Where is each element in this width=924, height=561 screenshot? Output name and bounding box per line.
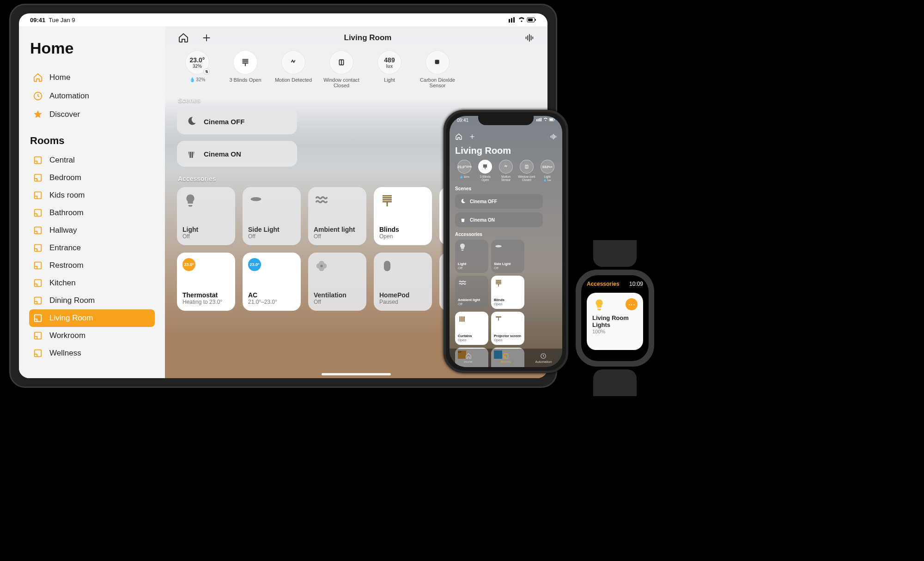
- chip[interactable]: 332lux Light 💧 lux: [538, 160, 557, 181]
- sidebar-item-label: Living Room: [49, 314, 93, 323]
- accessories-header: Accessories: [455, 232, 557, 237]
- chip[interactable]: Window cont Closed: [517, 160, 536, 181]
- watch-tile-name: Living Room Lights: [592, 315, 638, 329]
- room-icon: [33, 348, 43, 358]
- svg-rect-18: [35, 332, 42, 339]
- chip[interactable]: 3 Blinds Open: [476, 160, 495, 181]
- tile-side light[interactable]: Side Light Off: [491, 240, 524, 273]
- home-indicator[interactable]: [322, 373, 391, 375]
- tab-automation[interactable]: Automation: [525, 349, 562, 367]
- more-icon[interactable]: ⋯: [626, 298, 638, 310]
- sidebar-item-label: Kitchen: [49, 278, 76, 288]
- sidebar-item-label: Restroom: [49, 261, 84, 270]
- sidebar-item-label: Bedroom: [49, 173, 81, 182]
- svg-rect-31: [384, 261, 390, 271]
- sidebar-room-restroom[interactable]: Restroom: [29, 257, 155, 274]
- room-icon: [33, 225, 43, 235]
- chip-window[interactable]: Window contact Closed: [321, 50, 362, 88]
- svg-rect-24: [532, 36, 533, 39]
- chip-motion[interactable]: Motion Detected: [273, 50, 314, 88]
- tab-home[interactable]: Home: [450, 349, 487, 367]
- tile-ambient light[interactable]: Ambient light Off: [308, 187, 366, 245]
- scene-cinema on[interactable]: Cinema ON: [455, 212, 543, 227]
- voice-icon[interactable]: [549, 133, 557, 140]
- scene-cinema off[interactable]: Cinema OFF: [455, 194, 543, 209]
- sidebar-item-label: Workroom: [49, 331, 85, 340]
- sidebar-room-entrance[interactable]: Entrance: [29, 239, 155, 257]
- sidebar-item-automation[interactable]: Automation: [29, 87, 155, 105]
- tile-thermostat[interactable]: 23.0° Thermostat Heating to 23.0°: [177, 253, 235, 311]
- co2-icon: [432, 57, 443, 67]
- chip-blinds[interactable]: 3 Blinds Open: [225, 50, 266, 88]
- chip[interactable]: Motion Sensor: [497, 160, 516, 181]
- room-icon: [33, 296, 43, 306]
- svg-rect-5: [528, 18, 533, 21]
- tile-ac[interactable]: 23.0° AC 21.0°–23.0°: [243, 253, 301, 311]
- home-icon[interactable]: [455, 133, 462, 140]
- chip-light[interactable]: 489 lux Light: [369, 50, 410, 88]
- tile-curtains[interactable]: Curtains Open: [455, 312, 488, 345]
- chip-climate[interactable]: 23.0° 32% ⇅ 💧 32%: [177, 50, 218, 88]
- watch-header-label[interactable]: Accessories: [587, 281, 620, 287]
- scene-cinema off[interactable]: Cinema OFF: [177, 109, 297, 134]
- snake-icon: [458, 278, 467, 288]
- add-icon[interactable]: [200, 31, 213, 44]
- sidebar-title: Home: [30, 39, 155, 57]
- sidebar-room-workroom[interactable]: Workroom: [29, 327, 155, 344]
- bulb-icon: [592, 298, 606, 312]
- sidebar-room-living room[interactable]: Living Room: [29, 309, 155, 327]
- sidebar-item-label: Bathroom: [49, 208, 84, 217]
- svg-rect-13: [35, 245, 42, 252]
- sidebar-room-dining room[interactable]: Dining Room: [29, 292, 155, 309]
- watch-case: Accessories 10:09 ⋯ Living Room Lights 1…: [576, 270, 654, 367]
- tile-blinds[interactable]: Blinds Open: [374, 187, 432, 245]
- sidebar-room-bathroom[interactable]: Bathroom: [29, 204, 155, 222]
- watch-tile-status: 100%: [592, 329, 638, 334]
- svg-point-25: [245, 65, 246, 66]
- status-time-date: 09:41 Tue Jan 9: [30, 17, 75, 24]
- sidebar-item-label: Hallway: [49, 226, 77, 235]
- home-icon: [465, 353, 472, 359]
- home-icon[interactable]: [177, 31, 190, 44]
- tile-projector screen[interactable]: Projector screen Open: [491, 312, 524, 345]
- iphone-room-title: Living Room: [455, 145, 557, 156]
- svg-rect-8: [35, 157, 42, 164]
- svg-rect-9: [35, 175, 42, 181]
- svg-point-3: [521, 20, 522, 22]
- moon-icon: [185, 115, 197, 127]
- sidebar-item-label: Entrance: [49, 243, 81, 253]
- sidebar-item-discover[interactable]: Discover: [29, 105, 155, 124]
- tile-blinds[interactable]: Blinds Open: [491, 276, 524, 309]
- chip[interactable]: 23,0°32% 💧 32%: [455, 160, 474, 181]
- sidebar-item-home[interactable]: Home: [29, 68, 155, 87]
- topbar: Living Room: [177, 26, 535, 49]
- watch-screen: Accessories 10:09 ⋯ Living Room Lights 1…: [581, 275, 649, 361]
- tab-rooms[interactable]: Rooms: [487, 349, 524, 367]
- scene-cinema on[interactable]: Cinema ON: [177, 141, 297, 167]
- svg-rect-17: [35, 315, 42, 322]
- sidebar-room-central[interactable]: Central: [29, 151, 155, 169]
- sidebar-room-kids room[interactable]: Kids room: [29, 187, 155, 204]
- tile-light[interactable]: Light Off: [455, 240, 488, 273]
- popcorn-icon: [460, 217, 466, 223]
- room-icon: [33, 190, 43, 200]
- sidebar-room-hallway[interactable]: Hallway: [29, 222, 155, 239]
- ipad-statusbar: 09:41 Tue Jan 9: [19, 13, 547, 26]
- snake-icon: [314, 193, 329, 208]
- room-icon: [33, 173, 43, 183]
- tile-homepod[interactable]: HomePod Paused: [374, 253, 432, 311]
- sidebar-room-bedroom[interactable]: Bedroom: [29, 169, 155, 187]
- chip-co2[interactable]: Carbon Dioxide Sensor: [417, 50, 458, 88]
- sidebar-room-wellness[interactable]: Wellness: [29, 344, 155, 362]
- window-icon: [523, 163, 530, 170]
- tile-ventilation[interactable]: Ventilation Off: [308, 253, 366, 311]
- temp-badge: 23.0°: [248, 258, 261, 271]
- sidebar-room-kitchen[interactable]: Kitchen: [29, 274, 155, 292]
- tile-side light[interactable]: Side Light Off: [243, 187, 301, 245]
- tile-light[interactable]: Light Off: [177, 187, 235, 245]
- add-icon[interactable]: [469, 133, 475, 140]
- tile-ambient light[interactable]: Ambient light Off: [455, 276, 488, 309]
- svg-point-47: [485, 169, 485, 169]
- voice-icon[interactable]: [523, 31, 535, 44]
- watch-accessory-tile[interactable]: ⋯ Living Room Lights 100%: [587, 293, 643, 350]
